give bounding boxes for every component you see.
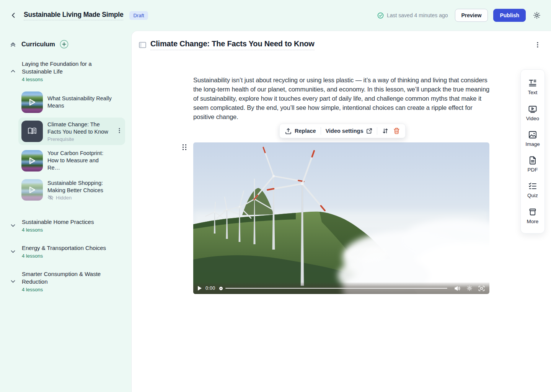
lesson-menu-button[interactable] bbox=[533, 40, 542, 50]
chevron-up-icon[interactable] bbox=[9, 68, 17, 74]
block-drag-handle[interactable] bbox=[183, 144, 188, 152]
video-control-bar: 0:00 bbox=[193, 283, 489, 294]
add-pdf-block-button[interactable]: PDF bbox=[528, 156, 538, 173]
course-title[interactable]: Sustainable Living Made Simple bbox=[24, 11, 123, 20]
more-block-icon bbox=[528, 207, 537, 217]
delete-block-button[interactable] bbox=[393, 127, 400, 134]
fullscreen-icon bbox=[478, 286, 485, 291]
sort-arrows-icon bbox=[382, 127, 389, 134]
fullscreen-button[interactable] bbox=[478, 286, 485, 291]
volume-icon bbox=[454, 286, 461, 291]
move-block-button[interactable] bbox=[382, 127, 389, 134]
section-title: Sustainable Home Practices bbox=[22, 218, 94, 226]
chevron-down-icon[interactable] bbox=[9, 278, 17, 284]
video-timestamp: 0:00 bbox=[205, 286, 215, 291]
seek-knob[interactable] bbox=[219, 287, 223, 290]
player-gear-icon bbox=[466, 285, 473, 291]
panel-left-icon bbox=[139, 42, 146, 48]
video-thumbnail bbox=[21, 179, 43, 201]
video-thumbnail bbox=[21, 91, 43, 113]
lesson-row-selected[interactable]: Climate Change: The Facts You Need to Kn… bbox=[18, 118, 125, 145]
save-status: Last saved 4 minutes ago bbox=[377, 12, 448, 19]
curriculum-section[interactable]: Smarter Consumption & Waste Reduction 4 … bbox=[9, 270, 127, 292]
volume-button[interactable] bbox=[454, 286, 461, 291]
section-title: Smarter Consumption & Waste Reduction bbox=[22, 270, 111, 286]
lesson-row[interactable]: Your Carbon Footprint: How to Measure an… bbox=[18, 147, 125, 175]
more-blocks-button[interactable]: More bbox=[527, 207, 539, 224]
lesson-list: What Sustainability Really Means Climate… bbox=[9, 88, 127, 204]
publish-button[interactable]: Publish bbox=[493, 9, 526, 22]
video-block-toolbar: Replace Video settings bbox=[279, 124, 406, 138]
toolbar-divider bbox=[377, 127, 377, 135]
video-settings-button[interactable]: Video settings bbox=[326, 128, 373, 134]
top-bar: Sustainable Living Made Simple Draft Las… bbox=[0, 0, 551, 31]
add-video-block-button[interactable]: Video bbox=[526, 105, 539, 121]
quiz-block-icon bbox=[528, 181, 537, 191]
replace-video-button[interactable]: Replace bbox=[285, 128, 316, 134]
video-player[interactable]: 0:00 bbox=[193, 142, 489, 294]
eye-off-icon bbox=[47, 195, 54, 200]
player-settings-button[interactable] bbox=[466, 285, 473, 291]
section-lesson-count: 4 lessons bbox=[22, 287, 111, 292]
wind-turbines-video-frame bbox=[193, 142, 489, 294]
lesson-title: Climate Change: The Facts You Need to Kn… bbox=[47, 121, 112, 136]
lesson-subtitle: Hidden bbox=[56, 195, 72, 201]
block-palette: Text Video Image PDF Quiz More bbox=[520, 69, 545, 234]
curriculum-sidebar: Curriculum Laying the Foundation for a S… bbox=[0, 31, 131, 392]
gear-icon bbox=[533, 11, 541, 20]
lesson-subtitle: Prerequisite bbox=[47, 136, 112, 142]
kebab-menu-icon bbox=[535, 41, 540, 48]
video-block-icon bbox=[528, 105, 537, 114]
lesson-editor-canvas: Climate Change: The Facts You Need to Kn… bbox=[131, 31, 551, 392]
curriculum-section[interactable]: Energy & Transportation Choices 4 lesson… bbox=[9, 244, 127, 259]
collapse-all-button[interactable] bbox=[9, 41, 17, 48]
section-title: Laying the Foundation for a Sustainable … bbox=[22, 60, 111, 75]
chevron-down-icon[interactable] bbox=[9, 222, 17, 229]
curriculum-section[interactable]: Sustainable Home Practices 4 lessons bbox=[9, 218, 127, 233]
upload-icon bbox=[285, 128, 292, 134]
toggle-sidebar-button[interactable] bbox=[139, 42, 146, 48]
lesson-row-hidden[interactable]: Sustainable Shopping: Making Better Choi… bbox=[18, 176, 125, 204]
curriculum-heading: Curriculum bbox=[21, 41, 55, 48]
external-link-icon bbox=[366, 128, 372, 134]
back-button[interactable] bbox=[8, 10, 18, 20]
lesson-text-block[interactable]: Sustainability isn’t just about recyclin… bbox=[193, 75, 491, 121]
curriculum-section[interactable]: Laying the Foundation for a Sustainable … bbox=[9, 60, 127, 82]
plus-circle-icon bbox=[60, 40, 68, 49]
trash-icon bbox=[393, 127, 400, 134]
section-title: Energy & Transportation Choices bbox=[22, 244, 106, 252]
chevron-down-icon[interactable] bbox=[9, 248, 17, 255]
lesson-page-title[interactable]: Climate Change: The Facts You Need to Kn… bbox=[150, 39, 315, 50]
check-circle-icon bbox=[377, 12, 384, 19]
settings-button[interactable] bbox=[531, 10, 543, 21]
add-image-block-button[interactable]: Image bbox=[525, 130, 540, 147]
add-section-button[interactable] bbox=[60, 40, 68, 49]
section-lesson-count: 4 lessons bbox=[22, 253, 106, 259]
section-lesson-count: 4 lessons bbox=[22, 77, 111, 82]
section-lesson-count: 4 lessons bbox=[22, 227, 94, 233]
seek-bar[interactable] bbox=[225, 288, 447, 289]
lesson-menu-button[interactable] bbox=[117, 127, 122, 135]
pdf-block-icon bbox=[528, 156, 537, 165]
lesson-row[interactable]: What Sustainability Really Means bbox=[18, 88, 125, 116]
double-chevron-up-icon bbox=[9, 41, 17, 48]
kebab-menu-icon bbox=[117, 127, 122, 134]
add-quiz-block-button[interactable]: Quiz bbox=[527, 181, 538, 198]
preview-button[interactable]: Preview bbox=[455, 9, 488, 22]
image-block-icon bbox=[528, 130, 537, 139]
play-button[interactable] bbox=[198, 286, 202, 291]
lesson-title: Sustainable Shopping: Making Better Choi… bbox=[47, 180, 122, 194]
chevron-left-icon bbox=[10, 12, 17, 19]
text-block-icon bbox=[528, 78, 537, 88]
lesson-title: What Sustainability Really Means bbox=[47, 95, 122, 109]
save-status-label: Last saved 4 minutes ago bbox=[387, 12, 448, 18]
status-badge: Draft bbox=[129, 11, 148, 20]
course-editor: Sustainable Living Made Simple Draft Las… bbox=[0, 0, 551, 392]
video-thumbnail bbox=[21, 150, 43, 172]
toolbar-divider bbox=[321, 127, 321, 135]
lesson-title: Your Carbon Footprint: How to Measure an… bbox=[47, 150, 112, 172]
add-text-block-button[interactable]: Text bbox=[528, 78, 538, 95]
play-overlay-icon bbox=[21, 150, 43, 172]
play-overlay-icon bbox=[21, 179, 43, 201]
open-book-icon bbox=[27, 127, 37, 136]
